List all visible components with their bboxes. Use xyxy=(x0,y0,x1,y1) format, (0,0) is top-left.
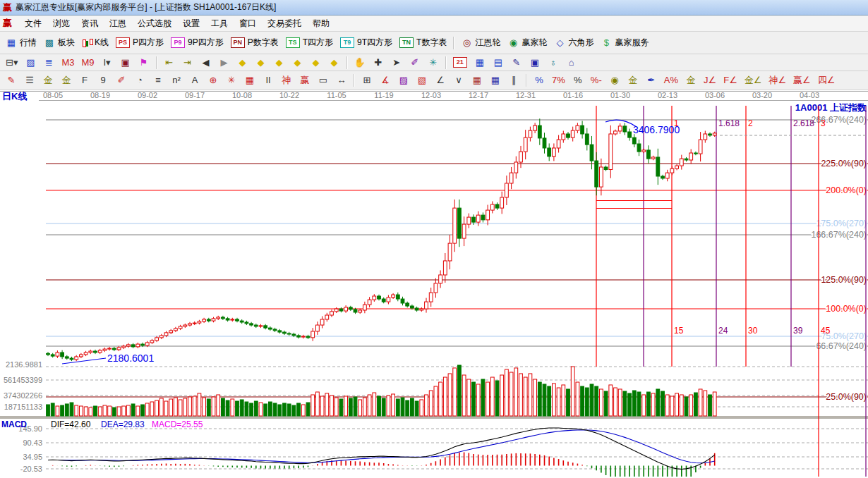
p-chart-button[interactable]: ▣ xyxy=(117,55,134,71)
menu-item-2[interactable]: 浏览 xyxy=(47,16,76,31)
nine-p-square-button[interactable]: P99P四方形 xyxy=(168,35,227,51)
main-chart[interactable]: 08-0508-1909-0209-1710-0810-2211-0511-19… xyxy=(0,90,868,478)
price-lines-tool[interactable]: ☰ xyxy=(21,73,38,88)
globe-sync-button[interactable]: ♁ xyxy=(545,55,562,71)
grid-red-tool[interactable]: ▦ xyxy=(469,73,486,88)
si-angle-tool[interactable]: 四∠ xyxy=(815,73,838,88)
notes-button[interactable]: ✎ xyxy=(508,55,525,71)
info-doc-button[interactable]: ≣ xyxy=(40,55,57,71)
p-number-table-button[interactable]: PNP数字表 xyxy=(228,35,282,51)
gold-lines-1-tool[interactable]: 金 xyxy=(40,73,56,88)
ledger-button[interactable]: ▤ xyxy=(490,55,507,71)
shen-angle-tool[interactable]: 神∠ xyxy=(766,73,789,88)
hexagon-button[interactable]: ◇六角形 xyxy=(551,35,596,51)
menu-item-1[interactable]: 文件 xyxy=(19,16,47,31)
h-measure-tool[interactable]: ↔ xyxy=(333,73,350,88)
mirror-a-tool[interactable]: A xyxy=(186,73,203,88)
flag-palette-button[interactable]: ⚑ xyxy=(135,55,152,71)
menu-item-8[interactable]: 窗口 xyxy=(234,16,262,31)
f-lines-tool[interactable]: F xyxy=(76,73,93,88)
svg-text:日K线: 日K线 xyxy=(2,91,27,102)
expand-x-button[interactable]: ◆ xyxy=(271,55,288,71)
gold-lines-2-tool[interactable]: 金 xyxy=(58,73,75,88)
candle-style-dropdown[interactable]: ⊟▾ xyxy=(3,55,20,71)
go-first-button[interactable]: ⇤ xyxy=(161,55,178,71)
a-percent-tool[interactable]: A% xyxy=(661,73,681,88)
expand-xy-button[interactable]: ◆ xyxy=(326,55,343,71)
gold-level-tool[interactable]: 金 xyxy=(625,73,641,88)
percent-line-tool[interactable]: %- xyxy=(588,73,605,88)
shen-tool[interactable]: 神 xyxy=(278,73,295,88)
chart-area[interactable]: 08-0508-1909-0209-1710-0810-2211-0511-19… xyxy=(0,90,868,478)
pan-hand-tool[interactable]: ✋ xyxy=(351,55,368,71)
percent-tool[interactable]: % xyxy=(569,73,586,88)
indicator-dropdown[interactable]: I▾ xyxy=(99,55,116,71)
turn-pen-tool[interactable]: ✒ xyxy=(643,73,660,88)
draw-note-tool[interactable]: ✐ xyxy=(406,55,423,71)
gann-fan-tool[interactable]: ∡ xyxy=(377,73,394,88)
square-tool[interactable]: ⊞ xyxy=(358,73,375,88)
kline-button[interactable]: K线 xyxy=(79,35,111,51)
gann-pen-tool[interactable]: ✎ xyxy=(3,73,20,88)
ruler-123-tool[interactable]: ▭ xyxy=(315,73,332,88)
nine-spiral-tool[interactable]: 9 xyxy=(95,73,111,88)
angle-rays-tool[interactable]: ∠ xyxy=(432,73,449,88)
circle-cross-tool[interactable]: ⊕ xyxy=(205,73,222,88)
winner-service-button[interactable]: $赢家服务 xyxy=(598,35,651,51)
ruler-lines-tool[interactable]: ≡ xyxy=(150,73,167,88)
f-angle-tool[interactable]: F∠ xyxy=(721,73,740,88)
zoom-in-x-button[interactable]: ◆ xyxy=(253,55,270,71)
menu-item-7[interactable]: 工具 xyxy=(205,16,234,31)
bars-9-button[interactable]: M9 xyxy=(78,55,97,71)
percent-ruler-tool[interactable]: % xyxy=(531,73,548,88)
gann-wheel-button[interactable]: ◎江恩轮 xyxy=(458,35,503,51)
calculator-button[interactable]: ▦ xyxy=(471,55,488,71)
analysis-brain-button[interactable]: ✳ xyxy=(425,55,442,71)
zoom-out-x-button[interactable]: ◆ xyxy=(234,55,251,71)
compress-x-button[interactable]: ◆ xyxy=(289,55,306,71)
step-forward-button[interactable]: ▶ xyxy=(216,55,233,71)
gold-angle-tool[interactable]: 金∠ xyxy=(742,73,765,88)
bars-3-button[interactable]: M3 xyxy=(59,55,77,71)
ying-tool[interactable]: 赢 xyxy=(296,73,313,88)
go-last-button[interactable]: ⇥ xyxy=(179,55,196,71)
gold-underline-tool[interactable]: 金 xyxy=(682,73,699,88)
expand-y-button[interactable]: ◆ xyxy=(308,55,325,71)
menu-item-9[interactable]: 交易委托 xyxy=(262,16,307,31)
pointer-tool[interactable]: ➤ xyxy=(388,55,405,71)
quotes-button[interactable]: ▦行情 xyxy=(3,35,40,51)
fan-box-tool[interactable]: ▨ xyxy=(395,73,412,88)
crosshair-tool[interactable]: ✚ xyxy=(370,55,387,71)
sectors-button[interactable]: ▩板块 xyxy=(41,35,78,51)
grid-blue-tool[interactable]: ▦ xyxy=(487,73,504,88)
gold-circle-tool[interactable]: ◉ xyxy=(606,73,623,88)
menu-item-4[interactable]: 江恩 xyxy=(104,16,132,31)
zigzag-tool[interactable]: ∨ xyxy=(450,73,467,88)
double-i-tool[interactable]: II xyxy=(260,73,277,88)
web-grid-tool[interactable]: ▦ xyxy=(241,73,258,88)
save-button[interactable]: ▣ xyxy=(526,55,543,71)
n-squared-tool[interactable]: n² xyxy=(168,73,185,88)
t-number-table-button[interactable]: TNT数字表 xyxy=(397,35,450,51)
step-back-button[interactable]: ◀ xyxy=(198,55,215,71)
t-square-button[interactable]: TST四方形 xyxy=(283,35,336,51)
seven-percent-tool[interactable]: 7% xyxy=(549,73,568,88)
j-angle-tool[interactable]: J∠ xyxy=(701,73,719,88)
winner-wheel-button[interactable]: ◉赢家轮 xyxy=(505,35,550,51)
compass-circle-tool[interactable]: ◔ xyxy=(131,73,148,88)
nine-t-square-button[interactable]: T99T四方形 xyxy=(337,35,395,51)
menu-item-5[interactable]: 公式选股 xyxy=(132,16,177,31)
calendar-button[interactable]: 21 xyxy=(450,55,470,71)
remote-pc-button[interactable]: ⌂ xyxy=(563,55,580,71)
menu-item-6[interactable]: 设置 xyxy=(177,16,205,31)
menu-item-10[interactable]: 帮助 xyxy=(307,16,335,31)
pen-2-tool[interactable]: ✐ xyxy=(113,73,130,88)
spider-web-tool[interactable]: ✳ xyxy=(223,73,240,88)
f-lines-icon: F xyxy=(79,75,90,86)
menu-item-3[interactable]: 资讯 xyxy=(76,16,104,31)
parallel-lines-tool[interactable]: ∥ xyxy=(505,73,522,88)
p-square-button[interactable]: PSP四方形 xyxy=(113,35,167,51)
chart-pattern-button[interactable]: ▨ xyxy=(22,55,39,71)
ray-box-tool[interactable]: ▧ xyxy=(414,73,430,88)
ying-angle-tool[interactable]: 赢∠ xyxy=(790,73,814,88)
